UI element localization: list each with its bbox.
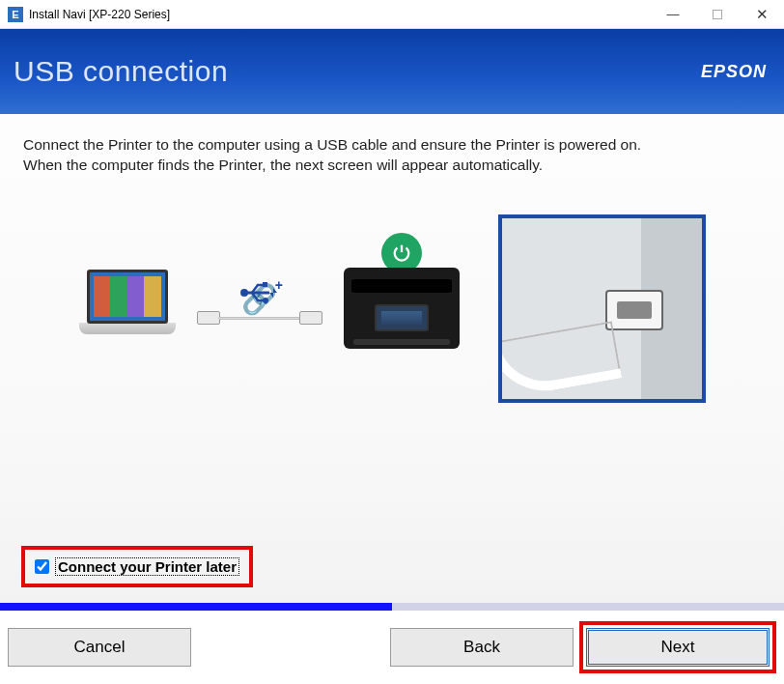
back-button[interactable]: Back xyxy=(390,628,574,667)
maximize-button[interactable] xyxy=(695,0,740,29)
close-icon: ✕ xyxy=(756,6,769,23)
connection-illustration: 🔗+ xyxy=(79,268,460,349)
instruction-line: Connect the Printer to the computer usin… xyxy=(23,135,761,156)
window-title: Install Navi [XP-220 Series] xyxy=(29,8,170,21)
usb-trident-icon xyxy=(238,280,281,305)
usb-port-closeup-image xyxy=(498,214,706,403)
wizard-footer: Cancel Back Next xyxy=(0,611,784,684)
wizard-header: USB connection EPSON xyxy=(0,29,784,114)
cancel-button[interactable]: Cancel xyxy=(8,628,191,667)
highlight-box: Connect your Printer later xyxy=(21,546,253,587)
instruction-line: When the computer finds the Printer, the… xyxy=(23,156,761,176)
svg-point-2 xyxy=(263,298,268,303)
connect-later-label[interactable]: Connect your Printer later xyxy=(55,557,239,576)
window-titlebar: E Install Navi [XP-220 Series] — ✕ xyxy=(0,0,784,29)
minimize-button[interactable]: — xyxy=(651,0,695,29)
connect-later-checkbox[interactable] xyxy=(35,559,49,574)
laptop-icon xyxy=(79,270,176,347)
progress-bar xyxy=(0,603,784,611)
usb-cable-icon: 🔗+ xyxy=(197,284,322,332)
maximize-icon xyxy=(713,10,722,19)
app-icon: E xyxy=(8,7,23,22)
illustration-row: 🔗+ xyxy=(23,214,761,403)
instruction-text: Connect the Printer to the computer usin… xyxy=(23,135,761,176)
next-button[interactable]: Next xyxy=(586,628,770,667)
highlight-box: Next xyxy=(579,621,776,673)
brand-logo: EPSON xyxy=(701,62,767,82)
printer-icon xyxy=(344,268,460,349)
minimize-icon: — xyxy=(667,7,680,21)
connect-later-section: Connect your Printer later xyxy=(21,546,253,587)
page-title: USB connection xyxy=(14,55,228,88)
svg-rect-1 xyxy=(263,282,267,287)
usb-port-icon xyxy=(605,290,663,330)
close-button[interactable]: ✕ xyxy=(740,0,784,29)
wizard-content: Connect the Printer to the computer usin… xyxy=(0,114,784,603)
